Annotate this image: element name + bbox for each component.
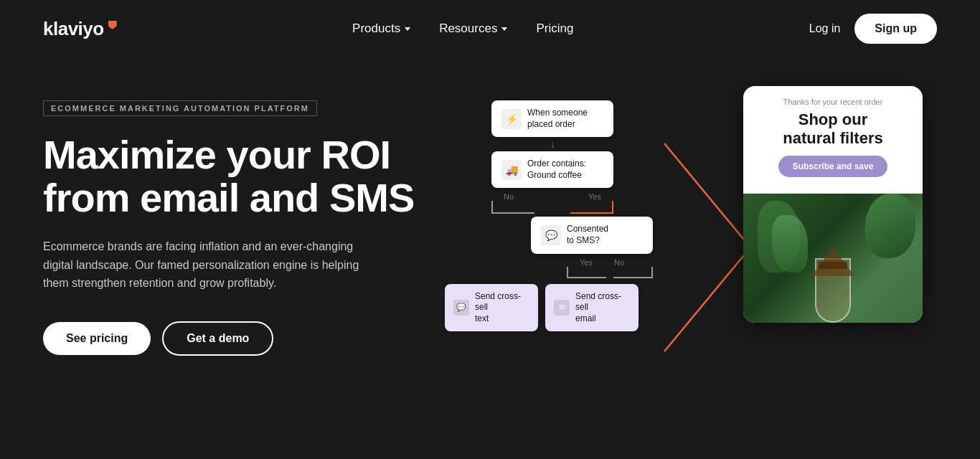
hero-title: Maximize your ROIfrom email and SMS (43, 133, 430, 220)
hero-cta-group: See pricing Get a demo (43, 321, 430, 356)
nav-links: Products Resources Pricing (352, 22, 573, 36)
no-label-2: No (614, 258, 624, 267)
lightning-icon: ⚡ (501, 109, 522, 129)
hero-visual: ⚡ When someoneplaced order ↓ 🚚 Order con… (430, 86, 937, 459)
logo-mark-icon (108, 21, 117, 29)
yes-label-1: Yes (588, 192, 601, 201)
chevron-down-icon (405, 27, 410, 31)
nav-item-products[interactable]: Products (352, 22, 410, 36)
chevron-down-icon (501, 27, 507, 31)
yes-label-2: Yes (580, 258, 593, 267)
flow-diagram: ⚡ When someoneplaced order ↓ 🚚 Order con… (445, 100, 660, 331)
cross-sell-email-label: Send cross-sellemail (575, 291, 630, 325)
flow-node-cross-sell-text: 💬 Send cross-selltext (445, 284, 538, 332)
hero-tag: ECOMMERCE MARKETING AUTOMATION PLATFORM (43, 100, 317, 116)
hero-description: Ecommerce brands are facing inflation an… (43, 237, 373, 293)
hero-section: ECOMMERCE MARKETING AUTOMATION PLATFORM … (0, 57, 980, 459)
login-button[interactable]: Log in (809, 22, 841, 35)
flow-node-sms-consent: 💬 Consentedto SMS? (531, 217, 653, 253)
logo[interactable]: klaviyo (43, 18, 117, 40)
flow-node-order-contains: 🚚 Order contains:Ground coffee (491, 151, 613, 188)
flow-node-3-text: Consentedto SMS? (567, 224, 608, 246)
nav-item-pricing[interactable]: Pricing (536, 22, 573, 36)
nav-link-pricing[interactable]: Pricing (536, 22, 573, 36)
truck-icon: 🚚 (501, 160, 522, 180)
email-cta-button: Subscribe and save (778, 156, 888, 177)
email-mockup-header: Thanks for your recent order Shop ournat… (743, 86, 923, 194)
flow-node-cross-sell-email: ✉ Send cross-sellemail (545, 284, 639, 332)
flow-bottom-actions: 💬 Send cross-selltext ✉ Send cross-selle… (445, 284, 660, 332)
navigation: klaviyo Products Resources Pricing Log i… (0, 0, 980, 57)
email-pre-header: Thanks for your recent order (758, 98, 908, 106)
flow-node-order-placed: ⚡ When someoneplaced order (491, 100, 613, 137)
nav-link-resources[interactable]: Resources (439, 22, 507, 36)
brand-name: klaviyo (43, 18, 104, 40)
see-pricing-button[interactable]: See pricing (43, 322, 151, 355)
flow-node-1-text: When someoneplaced order (527, 108, 588, 130)
hero-content: ECOMMERCE MARKETING AUTOMATION PLATFORM … (43, 86, 430, 459)
message-icon: 💬 (453, 300, 469, 316)
nav-link-products[interactable]: Products (352, 22, 410, 36)
cross-sell-text-label: Send cross-selltext (475, 291, 529, 325)
email-mockup-image (743, 194, 923, 323)
nav-item-resources[interactable]: Resources (439, 22, 507, 36)
arrow-down-1: ↓ (445, 137, 660, 151)
sms-icon: 💬 (541, 225, 561, 245)
email-icon: ✉ (554, 300, 570, 316)
nav-actions: Log in Sign up (809, 14, 937, 44)
signup-button[interactable]: Sign up (854, 14, 937, 44)
flow-node-2-text: Order contains:Ground coffee (527, 158, 586, 181)
get-demo-button[interactable]: Get a demo (162, 321, 273, 356)
no-label-1: No (504, 192, 514, 201)
email-mockup-title: Shop ournatural filters (758, 110, 908, 148)
email-mockup: Thanks for your recent order Shop ournat… (743, 86, 923, 323)
